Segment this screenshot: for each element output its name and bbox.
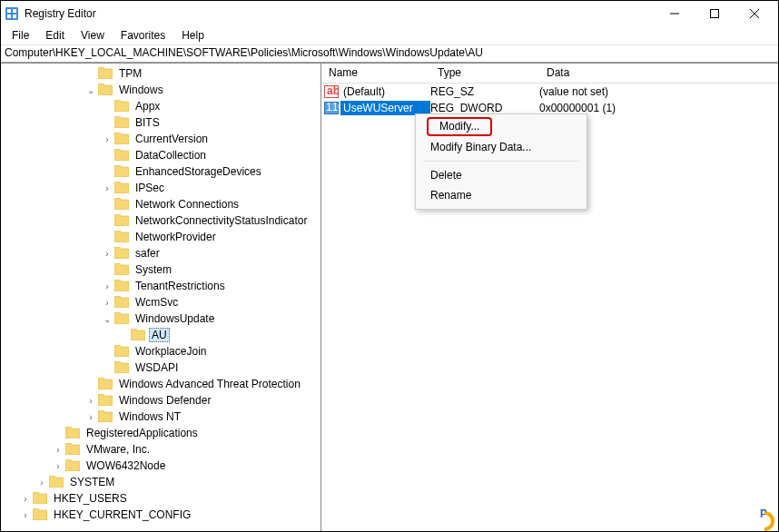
menu-file[interactable]: File [5,27,36,44]
minimize-button[interactable] [655,1,695,26]
tree-node-au[interactable]: AU [1,327,320,343]
expander-none [84,378,97,390]
tree-label: CurrentVersion [133,132,211,146]
col-data[interactable]: Data [539,64,778,83]
tree-node-tenantrestrictions[interactable]: ›TenantRestrictions [1,278,320,294]
folder-icon [114,116,129,129]
tree-node-registeredapplications[interactable]: RegisteredApplications [1,425,320,441]
tree-node-safer[interactable]: ›safer [1,245,320,261]
tree-node-windows-defender[interactable]: ›Windows Defender [1,392,320,409]
menu-view[interactable]: View [74,27,112,44]
maximize-button[interactable] [695,1,735,26]
chevron-right-icon[interactable]: › [52,443,64,456]
menu-favorites[interactable]: Favorites [113,27,173,44]
col-name[interactable]: Name [321,64,430,83]
value-type: REG_SZ [430,85,539,98]
folder-icon [114,263,129,276]
expander-none [101,231,113,243]
folder-icon [114,165,129,178]
tree-node-datacollection[interactable]: DataCollection [1,147,320,163]
close-button[interactable] [735,1,774,26]
tree-node-ipsec[interactable]: ›IPSec [1,180,320,196]
svg-rect-3 [7,15,11,18]
folder-icon [98,84,113,96]
expander-none [101,361,113,374]
chevron-right-icon[interactable]: › [19,508,32,521]
folder-icon [33,492,47,505]
tree-node-networkprovider[interactable]: NetworkProvider [1,229,320,245]
tree-node-tpm[interactable]: TPM [1,65,320,82]
expander-none [101,165,113,178]
folder-icon [114,361,129,374]
ctx-modify-binary[interactable]: Modify Binary Data... [418,137,585,157]
folder-icon [114,182,129,194]
tree-node-networkconnectivitystatusindicator[interactable]: NetworkConnectivityStatusIndicator [1,212,320,229]
folder-icon [114,133,129,145]
tree-node-vmware-inc-[interactable]: ›VMware, Inc. [1,441,320,458]
tree-node-wow6432node[interactable]: ›WOW6432Node [1,458,320,474]
tree-node-hkey-current-config[interactable]: ›HKEY_CURRENT_CONFIG [1,507,320,523]
tree-node-bits[interactable]: BITS [1,114,320,131]
tree-node-wcmsvc[interactable]: ›WcmSvc [1,294,320,310]
expander-none [101,116,113,129]
menu-edit[interactable]: Edit [38,27,72,44]
tree-label: NetworkProvider [133,230,219,244]
tree-node-system[interactable]: ›SYSTEM [1,474,320,490]
folder-icon [114,296,129,309]
tree-node-windows-nt[interactable]: ›Windows NT [1,409,320,425]
tree-label: WcmSvc [133,295,181,310]
tree-node-workplacejoin[interactable]: WorkplaceJoin [1,343,320,360]
tree-node-currentversion[interactable]: ›CurrentVersion [1,131,320,147]
tree-label: SYSTEM [67,475,117,489]
ctx-rename[interactable]: Rename [418,185,585,205]
tree-node-wsdapi[interactable]: WSDAPI [1,360,320,376]
tree-node-appx[interactable]: Appx [1,98,320,114]
expander-none [117,329,130,341]
folder-icon [33,508,47,521]
chevron-right-icon[interactable]: › [35,476,48,488]
tree-label: TenantRestrictions [133,279,228,293]
svg-rect-4 [13,15,16,18]
tree-label: Windows Defender [116,393,213,408]
values-pane[interactable]: Name Type Data ab(Default)REG_SZ(value n… [321,64,778,531]
address-bar[interactable]: Computer\HKEY_LOCAL_MACHINE\SOFTWARE\Pol… [1,44,778,63]
svg-rect-2 [13,9,16,13]
col-type[interactable]: Type [430,64,539,83]
tree-label: BITS [133,115,163,130]
chevron-right-icon[interactable]: › [101,280,113,292]
value-row--default-[interactable]: ab(Default)REG_SZ(value not set) [321,84,778,100]
svg-text:110: 110 [326,102,339,113]
chevron-right-icon[interactable]: › [84,410,97,423]
chevron-right-icon[interactable]: › [101,296,113,309]
folder-icon [98,410,113,423]
expander-none [101,100,113,113]
chevron-right-icon[interactable]: › [84,394,97,407]
tree-node-windows[interactable]: ⌄Windows [1,82,320,98]
folder-icon [114,312,129,325]
tree-node-network-connections[interactable]: Network Connections [1,196,320,212]
chevron-right-icon[interactable]: › [52,459,64,472]
ctx-delete[interactable]: Delete [418,165,585,185]
expander-none [101,214,113,227]
tree-node-hkey-users[interactable]: ›HKEY_USERS [1,490,320,507]
tree-pane[interactable]: TPM⌄WindowsAppxBITS›CurrentVersionDataCo… [1,64,321,531]
chevron-down-icon[interactable]: ⌄ [84,84,97,96]
expander-none [84,67,97,80]
binary-value-icon: 110 [322,102,340,114]
tree-node-windows-advanced-threat-protection[interactable]: Windows Advanced Threat Protection [1,376,320,392]
expander-none [101,198,113,211]
folder-icon [114,247,129,260]
menu-help[interactable]: Help [174,27,212,44]
chevron-right-icon[interactable]: › [19,492,32,505]
tree-node-windowsupdate[interactable]: ⌄WindowsUpdate [1,310,320,327]
ctx-modify[interactable]: Modify... [427,117,492,136]
tree-label: WSDAPI [133,360,181,375]
chevron-right-icon[interactable]: › [101,133,113,145]
tree-node-system[interactable]: System [1,261,320,278]
chevron-right-icon[interactable]: › [101,247,113,260]
tree-node-enhancedstoragedevices[interactable]: EnhancedStorageDevices [1,163,320,180]
context-menu: Modify... Modify Binary Data... Delete R… [415,113,587,210]
chevron-right-icon[interactable]: › [101,182,113,194]
chevron-down-icon[interactable]: ⌄ [101,312,113,325]
watermark-logo: P [760,495,767,524]
